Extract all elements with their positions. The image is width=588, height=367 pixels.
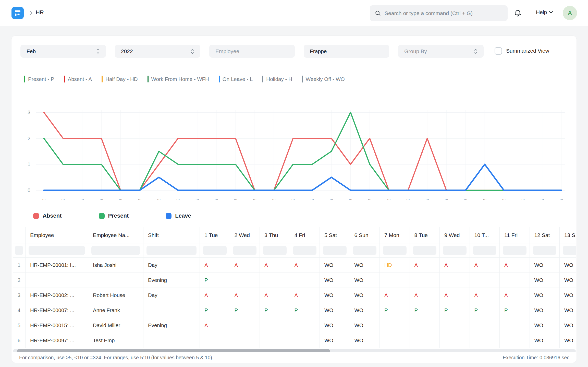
column-header[interactable]: 2 Wed bbox=[230, 227, 260, 243]
attendance-status-cell[interactable] bbox=[410, 333, 440, 348]
attendance-status-cell[interactable] bbox=[500, 273, 530, 288]
column-filter-input[interactable] bbox=[146, 246, 197, 255]
attendance-status-cell[interactable]: A bbox=[410, 258, 440, 273]
employee-id-cell[interactable]: HR-EMP-00097: ... bbox=[26, 333, 88, 348]
column-header[interactable]: 4 Fri bbox=[290, 227, 320, 243]
attendance-status-cell[interactable]: WO bbox=[350, 273, 380, 288]
attendance-status-cell[interactable]: WO bbox=[320, 273, 350, 288]
column-filter-input[interactable] bbox=[563, 246, 576, 255]
employee-name-cell[interactable]: Robert House bbox=[88, 288, 143, 303]
shift-cell[interactable] bbox=[143, 333, 200, 348]
year-select[interactable]: 2022 bbox=[115, 45, 200, 58]
employee-id-cell[interactable]: HR-EMP-00007: ... bbox=[26, 303, 88, 318]
employee-id-cell[interactable]: HR-EMP-00015: ... bbox=[26, 318, 88, 333]
row-index-cell[interactable]: 3 bbox=[13, 288, 26, 303]
column-filter-input[interactable] bbox=[473, 246, 497, 255]
column-filter-input[interactable] bbox=[503, 246, 526, 255]
attendance-status-cell[interactable] bbox=[410, 273, 440, 288]
column-filter-input[interactable] bbox=[383, 246, 407, 255]
attendance-status-cell[interactable]: A bbox=[200, 318, 230, 333]
frappe-logo[interactable] bbox=[11, 7, 24, 19]
attendance-status-cell[interactable]: P bbox=[260, 303, 290, 318]
row-index-cell[interactable]: 1 bbox=[13, 258, 26, 273]
employee-name-cell[interactable]: David Miller bbox=[88, 318, 143, 333]
column-filter-input[interactable] bbox=[233, 246, 257, 255]
attendance-status-cell[interactable]: WO bbox=[350, 333, 380, 348]
column-header[interactable]: 1 Tue bbox=[200, 227, 230, 243]
employee-id-cell[interactable]: HR-EMP-00001: I... bbox=[26, 258, 88, 273]
row-index-cell[interactable]: 5 bbox=[13, 318, 26, 333]
attendance-status-cell[interactable]: WO bbox=[350, 288, 380, 303]
attendance-status-cell[interactable] bbox=[260, 273, 290, 288]
attendance-status-cell[interactable]: P bbox=[500, 303, 530, 318]
avatar[interactable]: A bbox=[563, 6, 577, 20]
attendance-status-cell[interactable] bbox=[230, 273, 260, 288]
attendance-status-cell[interactable]: WO bbox=[320, 318, 350, 333]
column-header[interactable]: 12 Sat bbox=[530, 227, 560, 243]
attendance-status-cell[interactable] bbox=[290, 318, 320, 333]
shift-cell[interactable]: Evening bbox=[143, 273, 200, 288]
attendance-status-cell[interactable]: A bbox=[440, 288, 470, 303]
attendance-status-cell[interactable]: A bbox=[470, 258, 500, 273]
employee-input[interactable] bbox=[215, 48, 289, 54]
row-index-cell[interactable]: 6 bbox=[13, 333, 26, 348]
attendance-status-cell[interactable] bbox=[500, 318, 530, 333]
column-header[interactable]: 9 Wed bbox=[440, 227, 470, 243]
column-header[interactable]: 10 T... bbox=[470, 227, 500, 243]
attendance-status-cell[interactable] bbox=[410, 318, 440, 333]
attendance-status-cell[interactable]: P bbox=[380, 303, 410, 318]
attendance-status-cell[interactable]: WO bbox=[560, 258, 576, 273]
attendance-status-cell[interactable] bbox=[440, 318, 470, 333]
column-filter-input[interactable] bbox=[443, 246, 467, 255]
column-header[interactable]: Employee bbox=[26, 227, 88, 243]
column-header[interactable]: 3 Thu bbox=[260, 227, 290, 243]
attendance-status-cell[interactable] bbox=[380, 318, 410, 333]
attendance-status-cell[interactable]: WO bbox=[320, 288, 350, 303]
attendance-status-cell[interactable]: P bbox=[470, 303, 500, 318]
attendance-status-cell[interactable]: A bbox=[200, 288, 230, 303]
shift-cell[interactable] bbox=[143, 303, 200, 318]
row-index-cell[interactable]: 2 bbox=[13, 273, 26, 288]
attendance-status-cell[interactable]: WO bbox=[560, 333, 576, 348]
attendance-status-cell[interactable]: P bbox=[410, 303, 440, 318]
attendance-status-cell[interactable]: WO bbox=[350, 303, 380, 318]
attendance-status-cell[interactable]: P bbox=[440, 303, 470, 318]
attendance-status-cell[interactable]: A bbox=[290, 288, 320, 303]
attendance-status-cell[interactable]: A bbox=[230, 258, 260, 273]
row-index-cell[interactable]: 4 bbox=[13, 303, 26, 318]
attendance-status-cell[interactable] bbox=[260, 333, 290, 348]
attendance-status-cell[interactable]: WO bbox=[560, 318, 576, 333]
column-filter-input[interactable] bbox=[353, 246, 377, 255]
attendance-status-cell[interactable] bbox=[290, 333, 320, 348]
column-filter-input[interactable] bbox=[293, 246, 317, 255]
attendance-status-cell[interactable]: WO bbox=[560, 288, 576, 303]
attendance-status-cell[interactable]: WO bbox=[530, 318, 560, 333]
column-header[interactable]: 5 Sat bbox=[320, 227, 350, 243]
column-filter-input[interactable] bbox=[323, 246, 347, 255]
attendance-status-cell[interactable] bbox=[380, 273, 410, 288]
search-input[interactable] bbox=[385, 10, 503, 16]
attendance-status-cell[interactable]: A bbox=[260, 288, 290, 303]
month-select[interactable]: Feb bbox=[20, 45, 106, 58]
attendance-status-cell[interactable] bbox=[500, 333, 530, 348]
column-header[interactable]: 7 Mon bbox=[380, 227, 410, 243]
attendance-status-cell[interactable]: A bbox=[440, 258, 470, 273]
column-header[interactable] bbox=[13, 227, 26, 243]
attendance-status-cell[interactable] bbox=[380, 333, 410, 348]
attendance-status-cell[interactable] bbox=[440, 273, 470, 288]
column-filter-input[interactable] bbox=[29, 246, 85, 255]
attendance-status-cell[interactable]: A bbox=[410, 288, 440, 303]
column-header[interactable]: 11 Fri bbox=[500, 227, 530, 243]
attendance-status-cell[interactable]: P bbox=[200, 273, 230, 288]
attendance-status-cell[interactable]: HD bbox=[380, 258, 410, 273]
column-header[interactable]: Shift bbox=[143, 227, 200, 243]
attendance-status-cell[interactable] bbox=[230, 318, 260, 333]
employee-id-cell[interactable]: HR-EMP-00002: ... bbox=[26, 288, 88, 303]
employee-name-cell[interactable]: Isha Joshi bbox=[88, 258, 143, 273]
company-filter-field[interactable] bbox=[304, 45, 389, 58]
attendance-status-cell[interactable]: WO bbox=[350, 318, 380, 333]
employee-name-cell[interactable]: Test Emp bbox=[88, 333, 143, 348]
attendance-status-cell[interactable]: A bbox=[230, 288, 260, 303]
attendance-status-cell[interactable]: P bbox=[290, 303, 320, 318]
column-header[interactable]: 6 Sun bbox=[350, 227, 380, 243]
